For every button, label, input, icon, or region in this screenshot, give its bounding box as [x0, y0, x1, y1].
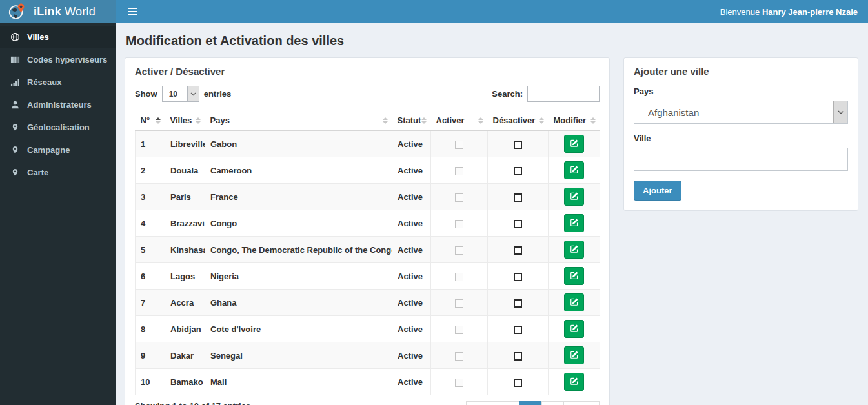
- cell-num: 10: [136, 369, 165, 395]
- desactiver-checkbox[interactable]: [514, 246, 522, 255]
- edit-icon: [570, 377, 579, 388]
- sidebar-item-campagne[interactable]: Campagne: [0, 139, 116, 161]
- edit-button[interactable]: [564, 320, 584, 338]
- column-header-desactiver[interactable]: Désactiver: [488, 110, 549, 131]
- cell-num: 5: [136, 237, 165, 263]
- desactiver-checkbox[interactable]: [514, 379, 522, 387]
- pagination-next-button[interactable]: Next: [563, 401, 600, 405]
- cell-num: 6: [136, 263, 165, 290]
- sidebar-item-carte[interactable]: Carte: [0, 161, 116, 184]
- ajouter-button[interactable]: Ajouter: [634, 181, 681, 201]
- cell-desactiver: [488, 263, 549, 290]
- table-length-control: Show 10 entries: [135, 86, 231, 102]
- cell-modifier: [549, 369, 600, 395]
- table-search-control: Search:: [492, 86, 600, 102]
- cell-ville: Brazzaville: [165, 210, 205, 237]
- sidebar-toggle-hamburger-icon[interactable]: [126, 5, 139, 18]
- cell-num: 9: [136, 342, 165, 369]
- cell-modifier: [549, 157, 600, 184]
- sidebar-item-label: Codes hyperviseurs: [27, 55, 107, 64]
- cell-ville: Lagos: [165, 263, 205, 290]
- edit-button[interactable]: [564, 267, 584, 285]
- sidebar-item-codes-hyperviseurs[interactable]: Codes hyperviseurs: [0, 48, 116, 71]
- search-label: Search:: [492, 89, 523, 99]
- content-area: Modification et Activation des villes Ac…: [116, 23, 868, 405]
- column-header-num[interactable]: N°: [136, 110, 165, 131]
- column-label: Désactiver: [493, 115, 536, 125]
- desactiver-checkbox[interactable]: [514, 273, 522, 281]
- table-info: Showing 1 to 10 of 17 entries: [135, 401, 250, 405]
- cell-activer: [431, 263, 488, 290]
- edit-button[interactable]: [564, 188, 584, 206]
- sidebar-item-administrateurs[interactable]: Administrateurs: [0, 94, 116, 116]
- edit-icon: [570, 271, 579, 282]
- edit-icon: [570, 139, 579, 150]
- sort-icon: [590, 117, 596, 124]
- sidebar-item-geolocalisation[interactable]: Géolocalisation: [0, 116, 116, 139]
- cell-activer: [431, 157, 488, 184]
- brand-logo-area[interactable]: iLink World: [0, 0, 116, 23]
- column-header-villes[interactable]: Villes: [165, 110, 205, 131]
- cell-statut: Active: [392, 263, 431, 290]
- edit-button[interactable]: [564, 161, 584, 179]
- activer-checkbox: [455, 141, 463, 149]
- cell-desactiver: [488, 184, 549, 210]
- desactiver-checkbox[interactable]: [514, 326, 522, 334]
- search-input[interactable]: [527, 86, 600, 102]
- desactiver-checkbox[interactable]: [514, 299, 522, 308]
- cell-activer: [431, 184, 488, 210]
- pagination-page-1[interactable]: 1: [519, 401, 541, 405]
- cell-desactiver: [488, 237, 549, 263]
- sort-icon: [478, 117, 483, 124]
- desactiver-checkbox[interactable]: [514, 220, 522, 228]
- column-label: N°: [141, 115, 150, 125]
- user-icon: [10, 100, 20, 110]
- desactiver-checkbox[interactable]: [514, 141, 522, 149]
- desactiver-checkbox[interactable]: [514, 193, 522, 202]
- sidebar-menu: VillesCodes hyperviseursRéseauxAdministr…: [0, 26, 116, 184]
- column-header-statut[interactable]: Statut: [392, 110, 431, 131]
- table-row: 5KinshasaCongo, The Democratic Republic …: [136, 237, 600, 263]
- table-row: 2DoualaCameroonActive: [136, 157, 600, 184]
- table-row: 3ParisFranceActive: [136, 184, 600, 210]
- signal-icon: [10, 77, 20, 87]
- table-row: 7AccraGhanaActive: [136, 290, 600, 316]
- desactiver-checkbox[interactable]: [514, 167, 522, 175]
- entries-per-page-select[interactable]: 10: [163, 86, 187, 101]
- sort-icon: [539, 117, 544, 124]
- column-header-modifier[interactable]: Modifier: [549, 110, 600, 131]
- sidebar-item-label: Villes: [27, 32, 49, 42]
- ville-input[interactable]: [634, 148, 848, 171]
- desactiver-checkbox[interactable]: [514, 352, 522, 361]
- sidebar-item-reseaux[interactable]: Réseaux: [0, 71, 116, 94]
- edit-icon: [570, 297, 579, 308]
- cell-activer: [431, 131, 488, 157]
- edit-button[interactable]: [564, 241, 584, 259]
- cell-statut: Active: [392, 157, 431, 184]
- map-marker-icon: [10, 168, 20, 177]
- pays-select[interactable]: Afghanistan: [634, 101, 833, 123]
- cell-activer: [431, 316, 488, 342]
- cell-desactiver: [488, 131, 549, 157]
- edit-button[interactable]: [564, 214, 584, 232]
- edit-button[interactable]: [564, 373, 584, 391]
- edit-button[interactable]: [564, 135, 584, 153]
- column-header-pays[interactable]: Pays: [205, 110, 392, 131]
- length-label-after: entries: [204, 89, 232, 99]
- pagination-page-2[interactable]: 2: [541, 401, 564, 405]
- cell-num: 3: [136, 184, 165, 210]
- chevron-down-icon: [833, 101, 847, 123]
- edit-button[interactable]: [564, 293, 584, 311]
- cell-modifier: [549, 184, 600, 210]
- cell-ville: Libreville: [165, 131, 205, 157]
- edit-button[interactable]: [564, 346, 584, 364]
- cell-modifier: [549, 290, 600, 316]
- cell-activer: [431, 210, 488, 237]
- sidebar-item-villes[interactable]: Villes: [0, 26, 116, 48]
- edit-icon: [570, 165, 579, 176]
- cell-statut: Active: [392, 237, 431, 263]
- barcode-icon: [10, 55, 20, 64]
- pagination-previous-button[interactable]: Previous: [466, 401, 520, 405]
- column-header-activer[interactable]: Activer: [431, 110, 488, 131]
- column-label: Activer: [436, 115, 465, 125]
